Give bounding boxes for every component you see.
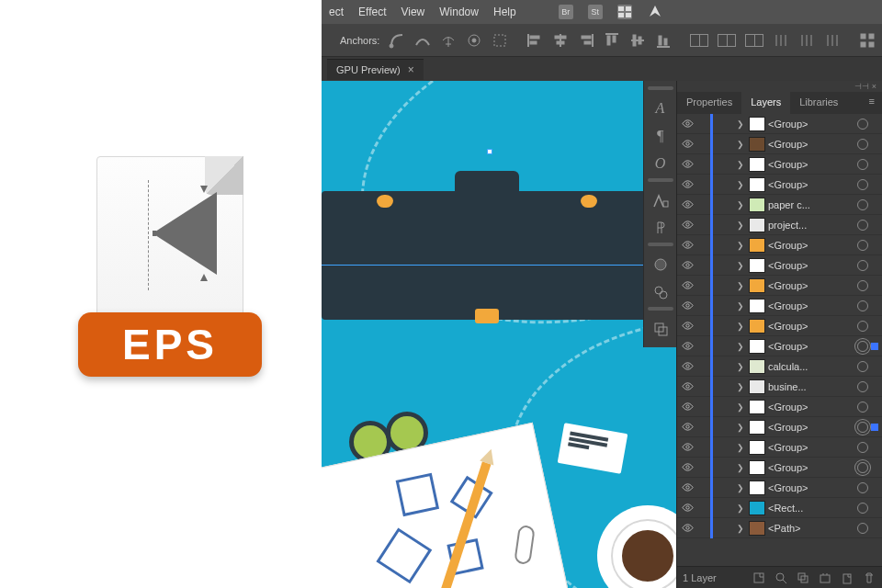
target-icon[interactable] xyxy=(857,119,868,130)
layer-row[interactable]: ❯<Group> xyxy=(677,114,882,134)
visibility-toggle-icon[interactable] xyxy=(681,320,694,333)
visibility-toggle-icon[interactable] xyxy=(681,279,694,292)
layer-row[interactable]: ❯<Group> xyxy=(677,255,882,276)
layer-row[interactable]: ❯<Group> xyxy=(677,235,882,255)
rail-grip-icon[interactable] xyxy=(648,86,673,90)
visibility-toggle-icon[interactable] xyxy=(681,522,694,535)
visibility-toggle-icon[interactable] xyxy=(681,198,694,211)
layer-row[interactable]: ❯project... xyxy=(677,215,882,235)
layer-row[interactable]: ❯paper c... xyxy=(677,195,882,215)
distribute-h3-icon[interactable] xyxy=(745,31,763,50)
new-layer-icon[interactable] xyxy=(840,571,854,585)
layer-name[interactable]: <Group> xyxy=(768,240,854,251)
layer-row[interactable]: ❯<Group> xyxy=(677,336,882,356)
menu-window[interactable]: Window xyxy=(439,6,479,18)
expand-chevron-icon[interactable]: ❯ xyxy=(737,483,746,492)
align-top-icon[interactable] xyxy=(604,31,620,50)
visibility-toggle-icon[interactable] xyxy=(681,360,694,373)
menu-select[interactable]: ect xyxy=(329,6,344,18)
layer-name[interactable]: <Group> xyxy=(768,341,854,352)
expand-chevron-icon[interactable]: ❯ xyxy=(737,220,746,230)
expand-chevron-icon[interactable]: ❯ xyxy=(737,160,746,169)
target-icon[interactable] xyxy=(857,240,868,251)
expand-chevron-icon[interactable]: ❯ xyxy=(737,180,746,189)
layer-name[interactable]: <Group> xyxy=(768,260,854,271)
target-icon[interactable] xyxy=(857,199,868,210)
expand-chevron-icon[interactable]: ❯ xyxy=(737,200,746,209)
new-sublayer-icon[interactable] xyxy=(818,571,832,585)
layer-name[interactable]: <Group> xyxy=(768,119,854,130)
locate-object-icon[interactable] xyxy=(752,571,766,585)
target-icon[interactable] xyxy=(857,442,868,453)
tab-properties[interactable]: Properties xyxy=(677,92,741,114)
expand-chevron-icon[interactable]: ❯ xyxy=(737,241,746,250)
bridge-icon[interactable]: Br xyxy=(559,5,573,19)
distribute-v1-icon[interactable] xyxy=(773,31,789,50)
layer-name[interactable]: <Group> xyxy=(768,179,854,190)
target-icon[interactable] xyxy=(857,300,868,311)
gpu-rocket-icon[interactable] xyxy=(647,3,663,22)
target-icon[interactable] xyxy=(857,260,868,271)
align-left-icon[interactable] xyxy=(526,31,543,50)
artboards-panel-icon[interactable] xyxy=(648,316,673,342)
delete-layer-icon[interactable] xyxy=(862,571,876,585)
distribute-v2-icon[interactable] xyxy=(798,31,815,50)
rail-grip-icon[interactable] xyxy=(648,243,673,246)
layer-name[interactable]: <Group> xyxy=(768,280,854,291)
visibility-toggle-icon[interactable] xyxy=(681,178,694,191)
expand-chevron-icon[interactable]: ❯ xyxy=(737,140,746,149)
expand-chevron-icon[interactable]: ❯ xyxy=(737,463,746,472)
layer-row[interactable]: ❯<Group> xyxy=(677,397,882,417)
cut-path-icon[interactable] xyxy=(492,31,508,50)
target-icon[interactable] xyxy=(857,503,868,514)
target-icon[interactable] xyxy=(857,321,868,332)
stock-icon[interactable]: St xyxy=(588,5,603,19)
layer-name[interactable]: <Group> xyxy=(768,139,854,150)
layer-name[interactable]: paper c... xyxy=(768,199,854,210)
align-vcenter-icon[interactable] xyxy=(629,31,646,50)
menu-effect[interactable]: Effect xyxy=(358,6,386,18)
visibility-toggle-icon[interactable] xyxy=(681,340,694,353)
expand-chevron-icon[interactable]: ❯ xyxy=(737,119,746,129)
layer-name[interactable]: <Group> xyxy=(768,422,854,433)
locate-layer-icon[interactable] xyxy=(774,571,788,585)
close-tab-icon[interactable]: × xyxy=(408,63,414,76)
expand-chevron-icon[interactable]: ❯ xyxy=(737,261,746,270)
connect-anchor-icon[interactable] xyxy=(466,31,482,50)
expand-chevron-icon[interactable]: ❯ xyxy=(737,342,746,351)
expand-chevron-icon[interactable]: ❯ xyxy=(737,443,746,452)
layer-row[interactable]: ❯<Group> xyxy=(677,437,882,458)
menu-view[interactable]: View xyxy=(401,6,424,18)
para-styles-panel-icon[interactable] xyxy=(648,215,673,241)
visibility-toggle-icon[interactable] xyxy=(681,239,694,252)
expand-chevron-icon[interactable]: ❯ xyxy=(737,322,746,331)
appearance-panel-icon[interactable] xyxy=(648,252,673,277)
graphic-styles-panel-icon[interactable] xyxy=(648,279,673,305)
layer-name[interactable]: <Group> xyxy=(768,159,854,170)
distribute-h1-icon[interactable] xyxy=(690,31,708,50)
layer-row[interactable]: ❯<Path> xyxy=(677,518,882,538)
character-panel-icon[interactable]: A xyxy=(648,96,673,121)
visibility-toggle-icon[interactable] xyxy=(681,300,694,312)
target-icon[interactable] xyxy=(857,159,868,170)
layer-name[interactable]: busine... xyxy=(768,381,854,392)
rail-grip-icon[interactable] xyxy=(648,307,673,311)
visibility-toggle-icon[interactable] xyxy=(681,380,694,393)
visibility-toggle-icon[interactable] xyxy=(681,138,694,151)
make-clip-mask-icon[interactable] xyxy=(796,571,810,585)
layer-row[interactable]: ❯<Rect... xyxy=(677,498,882,518)
panel-grip[interactable]: ⊣⊣ × xyxy=(677,81,882,92)
layer-name[interactable]: <Group> xyxy=(768,482,854,493)
target-icon[interactable] xyxy=(857,422,868,433)
visibility-toggle-icon[interactable] xyxy=(681,118,694,130)
distribute-h2-icon[interactable] xyxy=(718,31,736,50)
panel-menu-icon[interactable]: ≡ xyxy=(862,92,882,114)
expand-chevron-icon[interactable]: ❯ xyxy=(737,301,746,311)
layer-row[interactable]: ❯<Group> xyxy=(677,154,882,175)
visibility-toggle-icon[interactable] xyxy=(681,481,694,494)
visibility-toggle-icon[interactable] xyxy=(681,259,694,272)
expand-chevron-icon[interactable]: ❯ xyxy=(737,281,746,290)
tab-libraries[interactable]: Libraries xyxy=(790,92,847,114)
expand-chevron-icon[interactable]: ❯ xyxy=(737,402,746,412)
convert-corner-icon[interactable] xyxy=(389,31,405,50)
